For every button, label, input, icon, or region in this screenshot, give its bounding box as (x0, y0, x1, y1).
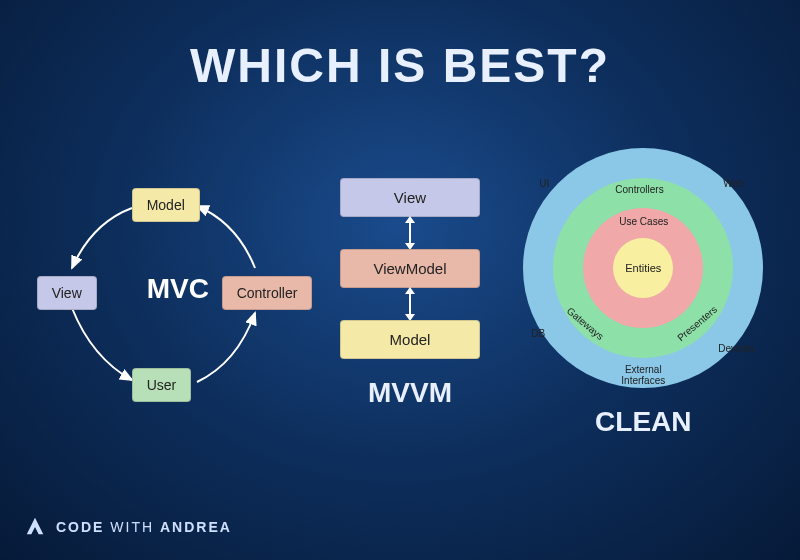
mvvm-view-box: View (340, 178, 480, 217)
mvc-model-box: Model (132, 188, 200, 222)
mvvm-diagram: View ViewModel Model (330, 178, 490, 359)
page-title: WHICH IS BEST? (0, 0, 800, 93)
clean-devices-label: Devices (718, 343, 754, 354)
brand-text: CODE WITH ANDREA (56, 519, 232, 535)
mvvm-column: View ViewModel Model MVVM (330, 178, 490, 409)
mvc-view-box: View (37, 276, 97, 310)
clean-controllers-label: Controllers (615, 184, 663, 195)
clean-web-label: Web (723, 178, 743, 189)
double-arrow-icon (409, 221, 411, 245)
diagram-row: Model View Controller User MVC View View… (0, 93, 800, 473)
mvc-user-box: User (132, 368, 192, 402)
clean-column: Entities Use Cases Controllers Gateways … (523, 148, 763, 438)
clean-diagram: Entities Use Cases Controllers Gateways … (523, 148, 763, 388)
mvc-controller-box: Controller (222, 276, 313, 310)
brand-logo-icon (24, 516, 46, 538)
clean-db-label: DB (531, 328, 545, 339)
clean-external-label: ExternalInterfaces (621, 364, 665, 386)
mvvm-label: MVVM (368, 377, 452, 409)
mvvm-model-box: Model (340, 320, 480, 359)
clean-usecases-label: Use Cases (619, 216, 668, 227)
mvc-label: MVC (147, 273, 209, 305)
clean-label: CLEAN (595, 406, 691, 438)
mvc-diagram: Model View Controller User MVC (37, 168, 297, 418)
clean-ui-label: UI (539, 178, 549, 189)
brand-footer: CODE WITH ANDREA (24, 516, 232, 538)
mvc-column: Model View Controller User MVC (37, 168, 297, 418)
clean-ring-entities: Entities (613, 238, 673, 298)
double-arrow-icon (409, 292, 411, 316)
mvvm-viewmodel-box: ViewModel (340, 249, 480, 288)
